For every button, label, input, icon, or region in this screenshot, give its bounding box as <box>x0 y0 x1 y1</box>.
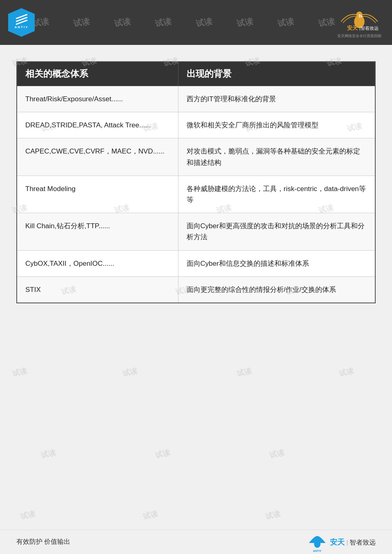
table-cell-left-0: Threat/Risk/Exposure/Asset...... <box>17 86 178 112</box>
header-watermarks: 试读 试读 试读 试读 试读 试读 试读 试读 <box>0 0 392 45</box>
table-row: DREAD,STRIDE,PASTA, Attack Tree......微软和… <box>17 112 375 138</box>
header-right-logo: 安天 |智着致远 安天网络安全令行营第四期 <box>335 6 384 39</box>
table-cell-right-2: 对攻击模式，脆弱点，漏洞等各种基础的安全元素的标定和描述结构 <box>178 138 375 176</box>
table-cell-right-0: 西方的IT管理和标准化的背景 <box>178 86 375 112</box>
footer-separator: | <box>346 539 350 546</box>
table-cell-left-3: Threat Modeling <box>17 176 178 213</box>
header-wm-8: 试读 <box>318 16 336 29</box>
table-cell-left-4: Kill Chain,钻石分析,TTP...... <box>17 213 178 250</box>
table-cell-right-1: 微软和相关安全厂商所推出的风险管理模型 <box>178 112 375 138</box>
header-wm-4: 试读 <box>154 16 172 29</box>
header-col-left: 相关的概念体系 <box>17 62 178 86</box>
footer-right: ANTIY 安天 | 智者致远 <box>307 531 376 553</box>
header-wm-2: 试读 <box>73 16 91 29</box>
table-row: Threat/Risk/Exposure/Asset......西方的IT管理和… <box>17 86 375 112</box>
header-col-right: 出现的背景 <box>178 62 375 86</box>
header-wm-5: 试读 <box>195 16 213 29</box>
header: 试读 试读 试读 试读 试读 试读 试读 试读 ANTIY <box>0 0 392 45</box>
svg-text:|智着致远: |智着致远 <box>359 26 379 31</box>
table-cell-right-5: 面向Cyber和信息交换的描述和标准体系 <box>178 250 375 276</box>
footer-logo-svg: ANTIY <box>307 531 327 553</box>
table-cell-right-4: 面向Cyber和更高强度的攻击和对抗的场景的分析工具和分析方法 <box>178 213 375 250</box>
header-wm-3: 试读 <box>114 16 131 29</box>
header-wm-7: 试读 <box>277 16 295 29</box>
table-cell-left-6: STIX <box>17 276 178 303</box>
table-row: Kill Chain,钻石分析,TTP......面向Cyber和更高强度的攻击… <box>17 213 375 250</box>
logo-lines <box>16 16 28 23</box>
svg-text:安天: 安天 <box>347 25 358 31</box>
table-row: CAPEC,CWE,CVE,CVRF，MAEC，NVD......对攻击模式，脆… <box>17 138 375 176</box>
table-header-row: 相关的概念体系 出现的背景 <box>17 62 375 86</box>
table-row: Threat Modeling各种威胁建模的方法论，工具，risk-centri… <box>17 176 375 213</box>
header-subtitle: 安天网络安全令行营第四期 <box>337 33 381 39</box>
header-wm-6: 试读 <box>236 16 254 29</box>
main-content: 相关的概念体系 出现的背景 Threat/Risk/Exposure/Asset… <box>0 45 392 530</box>
right-logo-svg: 安天 |智着致远 <box>337 7 382 32</box>
table-cell-left-2: CAPEC,CWE,CVE,CVRF，MAEC，NVD...... <box>17 138 178 176</box>
svg-point-4 <box>314 540 321 548</box>
logo-hexagon: ANTIY <box>8 8 35 37</box>
svg-text:ANTIY: ANTIY <box>313 550 322 552</box>
table-row: CybOX,TAXII，OpenIOC......面向Cyber和信息交换的描述… <box>17 250 375 276</box>
footer-brand-sub: 智者致远 <box>350 539 376 546</box>
logo-inner: ANTIY <box>10 10 33 35</box>
footer-tagline: 有效防护 价值输出 <box>16 538 70 546</box>
table-row: STIX面向更完整的综合性的情报分析/作业/交换的体系 <box>17 276 375 303</box>
concept-table: 相关的概念体系 出现的背景 Threat/Risk/Exposure/Asset… <box>16 61 376 303</box>
svg-point-5 <box>315 536 319 540</box>
table-cell-left-1: DREAD,STRIDE,PASTA, Attack Tree...... <box>17 112 178 138</box>
table-cell-right-3: 各种威胁建模的方法论，工具，risk-centric，data-driven等等 <box>178 176 375 213</box>
footer-logo: ANTIY 安天 | 智者致远 <box>307 531 376 553</box>
logo-text: ANTIY <box>15 25 29 29</box>
table-cell-right-6: 面向更完整的综合性的情报分析/作业/交换的体系 <box>178 276 375 303</box>
footer: 有效防护 价值输出 ANTIY 安天 | 智者致远 <box>0 530 392 554</box>
header-logo: ANTIY <box>8 8 35 37</box>
right-logo-image: 安天 |智着致远 <box>335 6 384 33</box>
table-cell-left-5: CybOX,TAXII，OpenIOC...... <box>17 250 178 276</box>
footer-brand-chinese: 安天 <box>330 538 345 546</box>
footer-brand-text: 安天 | 智者致远 <box>330 537 376 547</box>
